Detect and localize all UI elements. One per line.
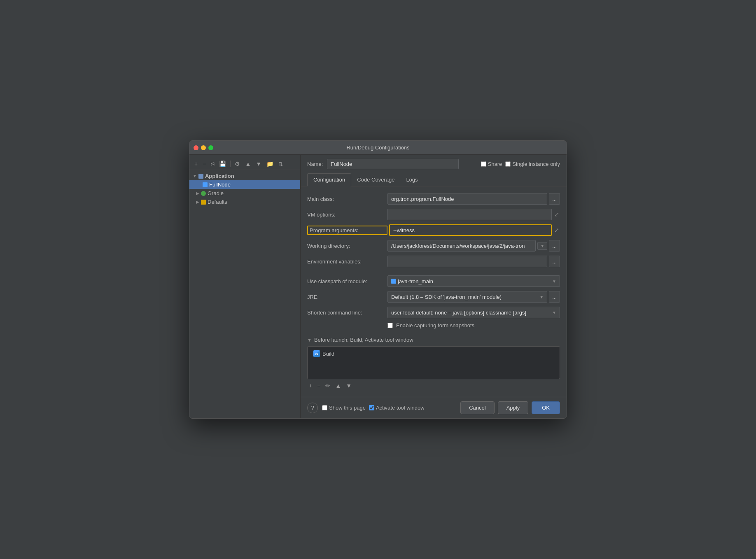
action-buttons: Cancel Apply OK: [460, 401, 560, 414]
launch-remove-button[interactable]: −: [315, 382, 322, 390]
classpath-field: java-tron_main ▼: [387, 275, 560, 287]
main-content: + − ⎘ 💾 ⚙ ▲ ▼ 📁 ⇅ ▼ Application FullNode: [189, 155, 567, 418]
program-args-row: Program arguments: ⤢: [307, 224, 560, 236]
show-page-checkbox[interactable]: [322, 405, 327, 410]
env-vars-input[interactable]: [387, 256, 547, 267]
application-icon: [198, 174, 203, 179]
share-checkbox[interactable]: [481, 161, 486, 167]
working-dir-browse-button[interactable]: ...: [549, 240, 560, 252]
working-dir-label: Working directory:: [307, 243, 387, 249]
classpath-label: Use classpath of module:: [307, 278, 387, 284]
bottom-row: ? Show this page Activate tool window Ca…: [301, 397, 567, 418]
main-window: Run/Debug Configurations + − ⎘ 💾 ⚙ ▲ ▼ 📁…: [189, 140, 567, 419]
program-args-label: Program arguments:: [307, 226, 387, 235]
activate-checkbox-label[interactable]: Activate tool window: [369, 405, 425, 411]
close-button[interactable]: [194, 145, 198, 150]
cancel-button[interactable]: Cancel: [460, 401, 494, 414]
activate-checkbox[interactable]: [369, 405, 374, 410]
classpath-dropdown-icon: ▼: [552, 279, 556, 284]
maximize-button[interactable]: [208, 145, 213, 150]
program-args-input[interactable]: [389, 224, 552, 236]
capture-row: Enable capturing form snapshots: [307, 322, 560, 328]
shorten-cmd-dropdown-icon: ▼: [552, 310, 556, 315]
working-dir-dropdown-arrow[interactable]: ▼: [537, 242, 547, 250]
folder-button[interactable]: 📁: [265, 160, 275, 168]
toolbar-separator: [230, 161, 231, 167]
help-button[interactable]: ?: [307, 403, 318, 413]
right-panel: Name: Share Single instance only Confi: [301, 155, 567, 418]
application-label: Application: [205, 173, 234, 179]
apply-button[interactable]: Apply: [498, 401, 529, 414]
single-instance-label: Single instance only: [512, 161, 560, 167]
before-launch-section: ▼ Before launch: Build, Activate tool wi…: [307, 337, 560, 390]
main-class-row: Main class: ...: [307, 193, 560, 205]
jre-label: JRE:: [307, 294, 387, 300]
sidebar-item-defaults[interactable]: ▶ Defaults: [189, 198, 300, 206]
fullnode-icon: [203, 182, 208, 187]
single-instance-checkbox[interactable]: [505, 161, 511, 167]
share-label: Share: [488, 161, 502, 167]
launch-edit-button[interactable]: ✏: [324, 382, 332, 390]
main-class-input[interactable]: [387, 193, 547, 205]
launch-down-button[interactable]: ▼: [344, 382, 353, 390]
before-launch-label: Before launch: Build, Activate tool wind…: [314, 337, 413, 343]
tabs-row: Configuration Code Coverage Logs: [301, 173, 567, 186]
copy-config-button[interactable]: ⎘: [209, 160, 216, 168]
vm-options-field: ⤢: [387, 209, 560, 220]
single-instance-checkbox-label[interactable]: Single instance only: [505, 161, 560, 167]
sort-button[interactable]: ⇅: [277, 160, 285, 168]
share-checkbox-label[interactable]: Share: [481, 161, 502, 167]
capture-checkbox[interactable]: [387, 323, 393, 328]
shorten-cmd-row: Shorten command line: user-local default…: [307, 307, 560, 318]
spacer: [307, 271, 560, 275]
remove-config-button[interactable]: −: [201, 160, 208, 168]
sidebar-item-fullnode[interactable]: FullNode: [189, 180, 300, 189]
launch-up-button[interactable]: ▲: [334, 382, 343, 390]
env-vars-browse-button[interactable]: ...: [549, 256, 560, 267]
working-dir-row: Working directory: ▼ ...: [307, 240, 560, 252]
jre-select[interactable]: Default (1.8 – SDK of 'java-tron_main' m…: [387, 291, 547, 303]
name-row: Name: Share Single instance only: [301, 155, 567, 173]
before-launch-collapse-icon[interactable]: ▼: [307, 338, 312, 342]
shorten-cmd-label: Shorten command line:: [307, 310, 387, 316]
minimize-button[interactable]: [201, 145, 206, 150]
down-button[interactable]: ▼: [254, 160, 263, 168]
expand-arrow-application: ▼: [193, 174, 197, 178]
tab-code-coverage[interactable]: Code Coverage: [351, 174, 400, 186]
tab-logs[interactable]: Logs: [400, 174, 423, 186]
sidebar-item-application[interactable]: ▼ Application: [189, 172, 300, 180]
launch-item-build[interactable]: 01 Build: [311, 349, 556, 358]
launch-list: 01 Build: [307, 346, 560, 379]
env-vars-label: Environment variables:: [307, 259, 387, 265]
main-class-browse-button[interactable]: ...: [549, 193, 560, 205]
titlebar: Run/Debug Configurations: [189, 141, 567, 155]
jre-value: Default (1.8 – SDK of 'java-tron_main' m…: [391, 294, 502, 300]
config-panel: Main class: ... VM options: ⤢: [301, 186, 567, 397]
fullnode-label: FullNode: [209, 182, 231, 188]
ok-button[interactable]: OK: [532, 401, 560, 414]
tab-configuration[interactable]: Configuration: [307, 173, 351, 186]
save-config-button[interactable]: 💾: [217, 160, 228, 168]
program-args-expand-button[interactable]: ⤢: [553, 226, 560, 234]
defaults-label: Defaults: [208, 199, 227, 205]
gradle-label: Gradle: [208, 190, 224, 196]
vm-options-expand-button[interactable]: ⤢: [553, 210, 560, 219]
classpath-select[interactable]: java-tron_main ▼: [387, 275, 560, 287]
jre-field: Default (1.8 – SDK of 'java-tron_main' m…: [387, 291, 560, 303]
name-input[interactable]: [327, 159, 459, 169]
add-config-button[interactable]: +: [193, 160, 199, 168]
up-button[interactable]: ▲: [243, 160, 252, 168]
before-launch-header: ▼ Before launch: Build, Activate tool wi…: [307, 337, 560, 343]
main-class-field: ...: [387, 193, 560, 205]
settings-button[interactable]: ⚙: [233, 160, 242, 168]
sidebar-item-gradle[interactable]: ▶ Gradle: [189, 189, 300, 198]
launch-add-button[interactable]: +: [307, 382, 314, 390]
classpath-row: Use classpath of module: java-tron_main …: [307, 275, 560, 287]
show-page-checkbox-label[interactable]: Show this page: [322, 405, 366, 411]
vm-options-input[interactable]: [387, 209, 552, 220]
working-dir-input[interactable]: [387, 240, 536, 252]
classpath-module-icon: [391, 279, 396, 284]
jre-browse-button[interactable]: ...: [549, 291, 560, 303]
gradle-icon: [201, 191, 206, 196]
shorten-cmd-select[interactable]: user-local default: none – java [options…: [387, 307, 560, 318]
